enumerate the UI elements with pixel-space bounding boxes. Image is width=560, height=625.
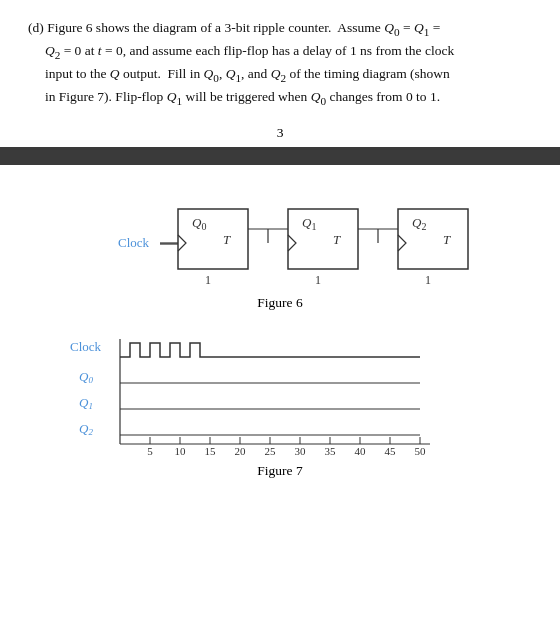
svg-text:T: T bbox=[443, 232, 451, 247]
svg-text:45: 45 bbox=[385, 445, 397, 457]
svg-text:10: 10 bbox=[175, 445, 187, 457]
svg-rect-2 bbox=[178, 209, 248, 269]
text-section: (d) Figure 6 shows the diagram of a 3-bi… bbox=[0, 0, 560, 121]
figure6-svg: Clock Q0 T 1 Q1 bbox=[90, 179, 470, 289]
timing-diagram: Clock Q0 Q1 Q2 bbox=[65, 329, 495, 459]
svg-text:25: 25 bbox=[265, 445, 277, 457]
svg-text:Q1: Q1 bbox=[79, 395, 93, 411]
svg-text:Q0: Q0 bbox=[192, 215, 206, 232]
detected-text: input to the bbox=[45, 66, 107, 81]
svg-text:1: 1 bbox=[205, 273, 211, 287]
page-number: 3 bbox=[0, 121, 560, 147]
svg-text:Clock: Clock bbox=[70, 339, 102, 354]
svg-rect-14 bbox=[398, 209, 468, 269]
svg-text:T: T bbox=[223, 232, 231, 247]
svg-text:T: T bbox=[333, 232, 341, 247]
problem-text: (d) Figure 6 shows the diagram of a 3-bi… bbox=[28, 18, 532, 111]
figure7-caption: Figure 7 bbox=[257, 463, 302, 479]
svg-text:15: 15 bbox=[205, 445, 217, 457]
svg-text:1: 1 bbox=[425, 273, 431, 287]
svg-text:20: 20 bbox=[235, 445, 247, 457]
svg-text:30: 30 bbox=[295, 445, 307, 457]
svg-text:Q2: Q2 bbox=[412, 215, 426, 232]
svg-text:Q0: Q0 bbox=[79, 369, 93, 385]
svg-text:5: 5 bbox=[147, 445, 153, 457]
svg-rect-8 bbox=[288, 209, 358, 269]
svg-text:Q2: Q2 bbox=[79, 421, 93, 437]
figure6-diagram: Clock Q0 T 1 Q1 bbox=[90, 179, 470, 289]
svg-text:50: 50 bbox=[415, 445, 427, 457]
problem-label: (d) bbox=[28, 20, 47, 35]
figure7-svg: Clock Q0 Q1 Q2 bbox=[65, 329, 495, 464]
figure7-section: Clock Q0 Q1 Q2 bbox=[0, 325, 560, 483]
svg-text:35: 35 bbox=[325, 445, 337, 457]
figure6-caption: Figure 6 bbox=[257, 295, 302, 311]
separator-bar bbox=[0, 147, 560, 165]
svg-text:1: 1 bbox=[315, 273, 321, 287]
svg-text:40: 40 bbox=[355, 445, 367, 457]
svg-text:Clock: Clock bbox=[118, 235, 150, 250]
page: (d) Figure 6 shows the diagram of a 3-bi… bbox=[0, 0, 560, 625]
svg-text:Q1: Q1 bbox=[302, 215, 316, 232]
figure6-section: Clock Q0 T 1 Q1 bbox=[0, 165, 560, 325]
